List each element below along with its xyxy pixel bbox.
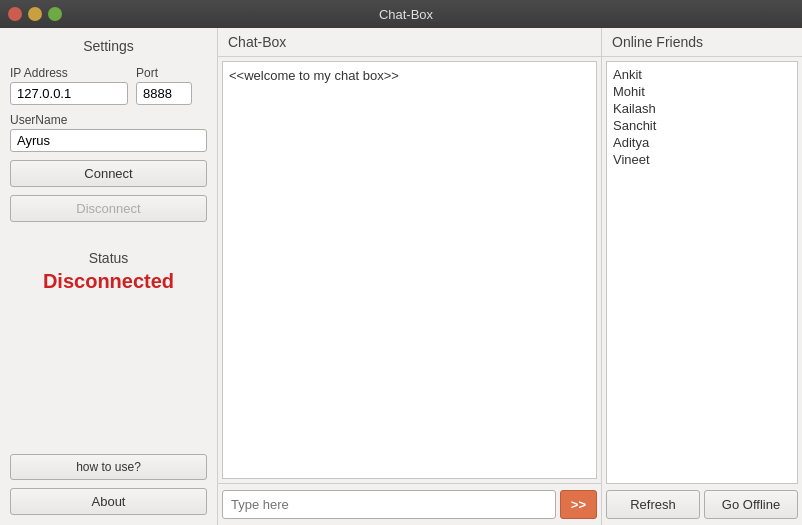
- username-group: UserName: [10, 113, 207, 152]
- online-buttons: Refresh Go Offline: [602, 484, 802, 525]
- ip-field-group: IP Address: [10, 66, 128, 105]
- go-offline-button[interactable]: Go Offline: [704, 490, 798, 519]
- port-field-group: Port: [136, 66, 192, 105]
- online-friend: Vineet: [613, 151, 791, 168]
- chat-title: Chat-Box: [218, 28, 601, 57]
- app-body: Settings IP Address Port UserName Connec…: [0, 28, 802, 525]
- status-label: Status: [10, 250, 207, 266]
- titlebar: Chat-Box: [0, 0, 802, 28]
- online-friend: Mohit: [613, 83, 791, 100]
- chat-panel: Chat-Box <<welcome to my chat box>> >>: [218, 28, 602, 525]
- chat-input[interactable]: [222, 490, 556, 519]
- ip-port-row: IP Address Port: [10, 66, 207, 105]
- chat-welcome: <<welcome to my chat box>>: [229, 68, 399, 83]
- how-to-button[interactable]: how to use?: [10, 454, 207, 480]
- refresh-button[interactable]: Refresh: [606, 490, 700, 519]
- ip-input[interactable]: [10, 82, 128, 105]
- online-friend: Kailash: [613, 100, 791, 117]
- chat-messages[interactable]: <<welcome to my chat box>>: [222, 61, 597, 479]
- status-value: Disconnected: [10, 270, 207, 293]
- port-label: Port: [136, 66, 192, 80]
- send-button[interactable]: >>: [560, 490, 597, 519]
- connect-button[interactable]: Connect: [10, 160, 207, 187]
- online-friend: Sanchit: [613, 117, 791, 134]
- ip-label: IP Address: [10, 66, 128, 80]
- status-section: Status Disconnected: [10, 250, 207, 293]
- about-button[interactable]: About: [10, 488, 207, 515]
- window-title: Chat-Box: [18, 7, 794, 22]
- username-input[interactable]: [10, 129, 207, 152]
- online-friend: Ankit: [613, 66, 791, 83]
- settings-panel: Settings IP Address Port UserName Connec…: [0, 28, 218, 525]
- disconnect-button[interactable]: Disconnect: [10, 195, 207, 222]
- username-label: UserName: [10, 113, 207, 127]
- online-title: Online Friends: [602, 28, 802, 57]
- online-friend: Aditya: [613, 134, 791, 151]
- online-list: AnkitMohitKailashSanchitAdityaVineet: [606, 61, 798, 484]
- online-panel: Online Friends AnkitMohitKailashSanchitA…: [602, 28, 802, 525]
- chat-input-row: >>: [218, 483, 601, 525]
- settings-title: Settings: [10, 38, 207, 54]
- port-input[interactable]: [136, 82, 192, 105]
